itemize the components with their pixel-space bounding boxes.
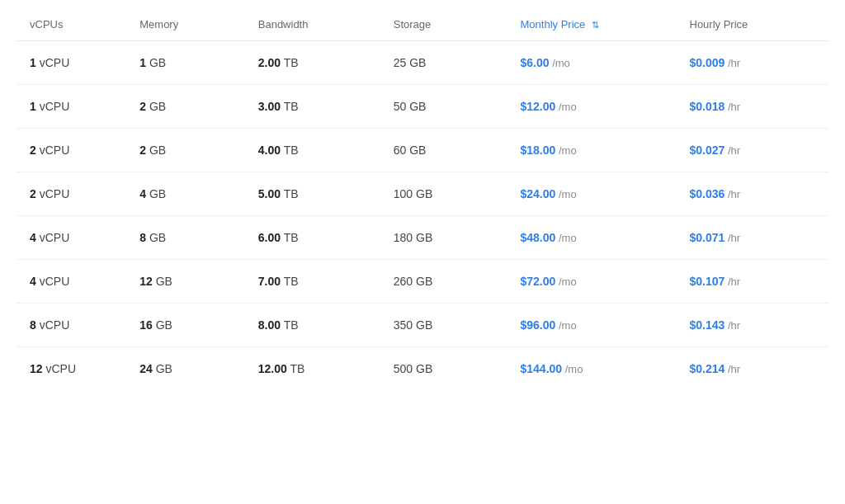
vcpus-value: 12 [30,362,43,375]
col-header-vcpus: vCPUs [17,8,126,41]
monthly-price-value: $18.00 [521,144,556,157]
pricing-table: vCPUs Memory Bandwidth Storage Monthly P… [17,8,828,390]
cell-bandwidth-1: 3.00 TB [245,85,380,129]
bandwidth-value: 4.00 [258,144,281,157]
bandwidth-value: 12.00 [258,362,287,375]
cell-bandwidth-7: 12.00 TB [245,347,380,391]
vcpus-value: 1 [30,100,36,113]
monthly-price-suffix: /mo [555,319,576,332]
table-row[interactable]: 1 vCPU 1 GB 2.00 TB 25 GB $6.00 /mo $0.0… [17,41,828,85]
vcpus-value: 8 [30,318,36,332]
memory-value: 1 [139,56,146,69]
cell-memory-0: 1 GB [126,41,245,85]
cell-bandwidth-6: 8.00 TB [245,304,380,347]
table-row[interactable]: 8 vCPU 16 GB 8.00 TB 350 GB $96.00 /mo $… [17,304,828,347]
table-row[interactable]: 2 vCPU 2 GB 4.00 TB 60 GB $18.00 /mo $0.… [17,129,828,172]
table-row[interactable]: 1 vCPU 2 GB 3.00 TB 50 GB $12.00 /mo $0.… [17,85,828,129]
cell-bandwidth-5: 7.00 TB [245,260,380,304]
hourly-price-suffix: /hr [725,188,740,200]
cell-memory-6: 16 GB [126,304,245,347]
monthly-price-suffix: /mo [550,57,570,69]
table-row[interactable]: 4 vCPU 12 GB 7.00 TB 260 GB $72.00 /mo $… [17,260,828,304]
table-row[interactable]: 12 vCPU 24 GB 12.00 TB 500 GB $144.00 /m… [17,347,828,391]
monthly-price-value: $6.00 [521,56,550,69]
hourly-price-suffix: /hr [725,276,740,288]
monthly-price-suffix: /mo [555,144,576,157]
monthly-price-value: $72.00 [521,275,556,288]
col-header-storage-label: Storage [394,18,432,31]
hourly-price-value: $0.071 [690,231,725,244]
bandwidth-value: 8.00 [258,318,281,332]
hourly-price-value: $0.036 [690,187,725,200]
hourly-price-suffix: /hr [725,57,740,69]
memory-value: 16 [139,318,153,332]
cell-hourly-3: $0.036 /hr [677,172,829,216]
cell-vcpus-6: 8 vCPU [17,304,126,347]
col-header-monthly[interactable]: Monthly Price ⇅ [507,8,677,41]
cell-storage-0: 25 GB [380,41,507,85]
col-header-bandwidth-label: Bandwidth [258,18,309,31]
cell-monthly-7: $144.00 /mo [507,347,677,391]
cell-vcpus-2: 2 vCPU [17,129,126,172]
hourly-price-suffix: /hr [725,232,740,244]
cell-storage-2: 60 GB [380,129,507,172]
col-header-bandwidth: Bandwidth [245,8,380,41]
cell-monthly-4: $48.00 /mo [507,216,677,260]
cell-storage-6: 350 GB [380,304,507,347]
cell-memory-5: 12 GB [126,260,245,304]
monthly-price-value: $12.00 [521,100,556,113]
cell-memory-4: 8 GB [126,216,245,260]
col-header-storage: Storage [380,8,507,41]
memory-value: 12 [139,275,153,288]
monthly-price-suffix: /mo [555,232,576,244]
col-header-vcpus-label: vCPUs [30,18,63,31]
memory-value: 24 [139,362,153,375]
col-header-memory: Memory [126,8,245,41]
monthly-price-suffix: /mo [555,101,576,113]
cell-monthly-3: $24.00 /mo [507,172,677,216]
memory-value: 2 [139,100,146,113]
vcpus-value: 4 [30,231,36,244]
hourly-price-value: $0.143 [690,318,725,332]
hourly-price-suffix: /hr [725,101,740,113]
hourly-price-value: $0.107 [690,275,725,288]
hourly-price-value: $0.027 [690,144,725,157]
cell-vcpus-0: 1 vCPU [17,41,126,85]
table-row[interactable]: 2 vCPU 4 GB 5.00 TB 100 GB $24.00 /mo $0… [17,172,828,216]
hourly-price-suffix: /hr [725,319,740,332]
cell-storage-7: 500 GB [380,347,507,391]
bandwidth-value: 2.00 [258,56,281,69]
monthly-price-suffix: /mo [555,188,576,200]
monthly-price-value: $48.00 [521,231,556,244]
cell-hourly-2: $0.027 /hr [677,129,829,172]
col-header-hourly: Hourly Price [677,8,829,41]
cell-memory-1: 2 GB [126,85,245,129]
cell-monthly-0: $6.00 /mo [507,41,677,85]
memory-value: 2 [139,144,146,157]
table-row[interactable]: 4 vCPU 8 GB 6.00 TB 180 GB $48.00 /mo $0… [17,216,828,260]
memory-value: 4 [139,187,146,200]
hourly-price-value: $0.214 [690,362,725,375]
cell-vcpus-3: 2 vCPU [17,172,126,216]
cell-monthly-6: $96.00 /mo [507,304,677,347]
cell-hourly-5: $0.107 /hr [677,260,829,304]
cell-hourly-4: $0.071 /hr [677,216,829,260]
cell-storage-1: 50 GB [380,85,507,129]
cell-storage-4: 180 GB [380,216,507,260]
monthly-price-value: $24.00 [521,187,556,200]
cell-bandwidth-4: 6.00 TB [245,216,380,260]
cell-vcpus-1: 1 vCPU [17,85,126,129]
monthly-price-suffix: /mo [562,363,583,375]
cell-hourly-7: $0.214 /hr [677,347,829,391]
cell-monthly-5: $72.00 /mo [507,260,677,304]
monthly-price-suffix: /mo [555,276,576,288]
vcpus-value: 4 [30,275,36,288]
cell-bandwidth-3: 5.00 TB [245,172,380,216]
monthly-price-value: $96.00 [521,318,556,332]
pricing-table-container: vCPUs Memory Bandwidth Storage Monthly P… [17,8,828,390]
hourly-price-value: $0.018 [690,100,725,113]
vcpus-value: 1 [30,56,36,69]
table-header-row: vCPUs Memory Bandwidth Storage Monthly P… [17,8,828,41]
cell-monthly-2: $18.00 /mo [507,129,677,172]
cell-memory-3: 4 GB [126,172,245,216]
